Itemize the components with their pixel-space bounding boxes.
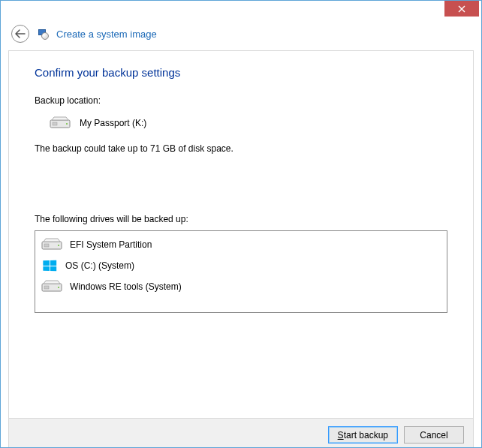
app-icon bbox=[37, 28, 49, 40]
svg-point-1 bbox=[66, 123, 68, 125]
size-note: The backup could take up to 71 GB of dis… bbox=[35, 143, 447, 154]
drive-label: OS (C:) (System) bbox=[65, 260, 134, 271]
page-heading: Confirm your backup settings bbox=[35, 66, 447, 79]
drive-label: EFI System Partition bbox=[70, 239, 152, 250]
drive-icon bbox=[50, 116, 71, 130]
svg-rect-2 bbox=[53, 122, 57, 125]
list-item: OS (C:) (System) bbox=[40, 255, 442, 276]
drive-icon bbox=[41, 238, 62, 251]
svg-rect-8 bbox=[44, 286, 49, 289]
close-icon bbox=[458, 5, 465, 13]
backup-location-row: My Passport (K:) bbox=[50, 116, 447, 130]
start-backup-button[interactable]: Start backup bbox=[328, 426, 398, 443]
svg-rect-5 bbox=[44, 244, 49, 247]
content-frame: Confirm your backup settings Backup loca… bbox=[8, 50, 474, 448]
header: Create a system image bbox=[1, 23, 481, 50]
back-button[interactable] bbox=[11, 25, 29, 43]
close-button[interactable] bbox=[444, 1, 479, 17]
drive-icon bbox=[41, 280, 62, 293]
cancel-button[interactable]: Cancel bbox=[404, 426, 464, 443]
drive-label: Windows RE tools (System) bbox=[70, 281, 182, 292]
drives-list: EFI System Partition OS (C:) (System) bbox=[35, 230, 447, 313]
drives-label: The following drives will be backed up: bbox=[35, 214, 447, 224]
footer: Start backup Cancel bbox=[9, 418, 473, 448]
back-arrow-icon bbox=[15, 29, 26, 38]
list-item: Windows RE tools (System) bbox=[40, 276, 442, 297]
backup-location-label: Backup location: bbox=[35, 95, 447, 106]
backup-location-value: My Passport (K:) bbox=[80, 118, 146, 128]
titlebar bbox=[1, 1, 481, 23]
svg-point-4 bbox=[58, 245, 59, 246]
svg-point-7 bbox=[58, 287, 59, 288]
window-title: Create a system image bbox=[56, 29, 157, 40]
windows-icon bbox=[41, 259, 58, 272]
list-item: EFI System Partition bbox=[40, 234, 442, 255]
